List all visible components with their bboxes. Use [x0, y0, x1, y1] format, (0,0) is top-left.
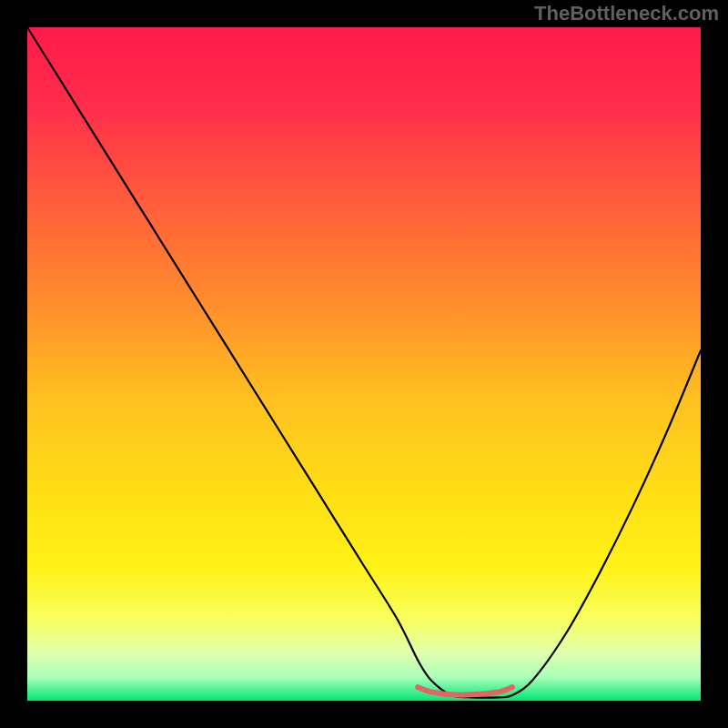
chart-svg: [27, 27, 701, 701]
watermark-text: TheBottleneck.com: [534, 2, 719, 25]
chart-background: [27, 27, 701, 701]
chart-plot-area: [27, 27, 701, 701]
